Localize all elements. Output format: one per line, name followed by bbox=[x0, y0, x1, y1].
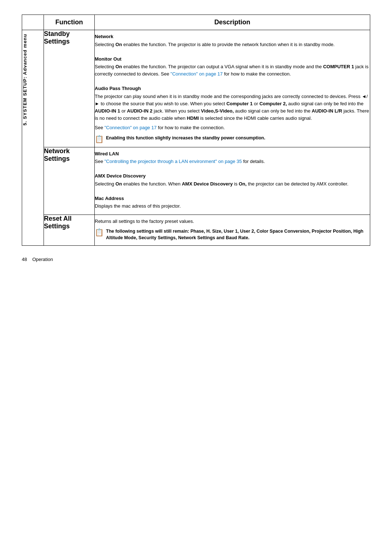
network-mac-title: Mac Address bbox=[95, 195, 370, 202]
standby-audio-note-text: Enabling this function slightly increase… bbox=[106, 135, 265, 141]
network-wiredlan-body: See "Controlling the projector through a… bbox=[95, 158, 370, 165]
reset-note-text: The following settings will still remain… bbox=[106, 228, 370, 241]
function-network-label: NetworkSettings bbox=[44, 147, 70, 162]
sidebar-cell: 5. SYSTEM SETUP: Advanced menu bbox=[22, 30, 44, 246]
footer-page: 48 bbox=[22, 257, 27, 262]
footer: 48 Operation bbox=[22, 257, 370, 262]
function-network: NetworkSettings bbox=[44, 147, 95, 215]
reset-note-box: 📋 The following settings will still rema… bbox=[95, 228, 370, 241]
connection-link-2[interactable]: "Connection" on page 17 bbox=[105, 125, 157, 130]
main-table: Function Description 5. SYSTEM SETUP: Ad… bbox=[22, 15, 370, 246]
page-container: Function Description 5. SYSTEM SETUP: Ad… bbox=[22, 15, 370, 262]
note-icon-2: 📋 bbox=[95, 229, 104, 236]
description-reset: Returns all settings to the factory pres… bbox=[95, 215, 370, 245]
standby-network-title: Network bbox=[95, 33, 370, 40]
function-standby-label: StandbySettings bbox=[44, 30, 70, 45]
description-standby: Network Selecting On enables the functio… bbox=[95, 30, 370, 147]
standby-audio-note-box: 📋 Enabling this function slightly increa… bbox=[95, 135, 370, 143]
standby-audio-section: Audio Pass Through The projector can pla… bbox=[95, 82, 370, 147]
sidebar-label: 5. SYSTEM SETUP: Advanced menu bbox=[22, 30, 28, 129]
function-reset-label: Reset AllSettings bbox=[44, 215, 72, 230]
standby-monitorout-body: Selecting On enables the function. The p… bbox=[95, 63, 370, 78]
description-network: Wired LAN See "Controlling the projector… bbox=[95, 147, 370, 215]
lan-link[interactable]: "Controlling the projector through a LAN… bbox=[105, 159, 242, 164]
standby-network-section: Network Selecting On enables the functio… bbox=[95, 30, 370, 53]
network-wiredlan-section: Wired LAN See "Controlling the projector… bbox=[95, 147, 370, 170]
standby-monitorout-title: Monitor Out bbox=[95, 56, 370, 63]
network-mac-body: Displays the mac adress of this projecto… bbox=[95, 203, 370, 210]
reset-body: Returns all settings to the factory pres… bbox=[95, 218, 370, 225]
standby-monitorout-section: Monitor Out Selecting On enables the fun… bbox=[95, 53, 370, 82]
note-icon-1: 📋 bbox=[95, 135, 104, 143]
standby-audio-body: The projector can play sound when it is … bbox=[95, 93, 370, 122]
network-amx-body: Selecting On enables the function. When … bbox=[95, 180, 370, 188]
network-wiredlan-title: Wired LAN bbox=[95, 150, 370, 158]
function-reset: Reset AllSettings bbox=[44, 215, 95, 245]
description-header: Description bbox=[95, 15, 370, 30]
connection-link-1[interactable]: "Connection" on page 17 bbox=[171, 71, 223, 77]
function-header: Function bbox=[44, 15, 95, 30]
reset-section: Returns all settings to the factory pres… bbox=[95, 215, 370, 245]
standby-audio-title: Audio Pass Through bbox=[95, 85, 370, 92]
standby-network-body: Selecting On enables the function. The p… bbox=[95, 41, 370, 48]
network-mac-section: Mac Address Displays the mac adress of t… bbox=[95, 192, 370, 215]
footer-label: Operation bbox=[32, 257, 53, 262]
network-amx-section: AMX Device Discovery Selecting On enable… bbox=[95, 170, 370, 192]
header-empty bbox=[22, 15, 44, 30]
standby-audio-link: See "Connection" on page 17 for how to m… bbox=[95, 124, 370, 131]
network-amx-title: AMX Device Discovery bbox=[95, 172, 370, 180]
function-standby: StandbySettings bbox=[44, 30, 95, 147]
